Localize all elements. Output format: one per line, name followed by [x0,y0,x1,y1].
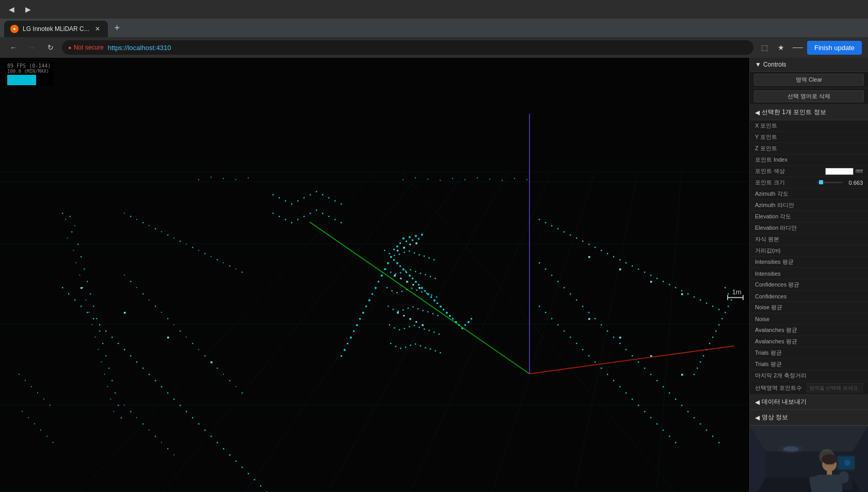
address-bar[interactable]: ● Not secure https://localhost:4310 [62,40,753,55]
svg-rect-159 [409,250,410,251]
svg-rect-252 [551,275,552,276]
svg-rect-217 [430,348,431,350]
right-panel: ▼ Controls 영역 Clear 선택 영어로 삭제 ◀ 선택한 1개 포… [749,58,868,492]
video-preview [750,425,868,492]
svg-rect-325 [198,423,199,424]
profile-icon[interactable]: ── [791,40,805,55]
svg-rect-109 [396,246,398,248]
svg-rect-250 [539,262,540,263]
selected-point-header[interactable]: ◀ 선택한 1개 포인트 정보 [750,105,868,120]
svg-rect-195 [427,311,428,312]
color-swatch[interactable] [825,168,854,175]
svg-rect-390 [211,177,212,178]
svg-rect-352 [694,374,695,375]
video-info-arrow: ◀ [755,414,760,421]
svg-rect-267 [644,368,645,369]
svg-rect-164 [433,259,435,260]
svg-rect-241 [669,284,670,285]
data-export-header[interactable]: ◀ 데이터 내보내기 [750,394,868,410]
svg-rect-60 [173,237,174,239]
svg-rect-294 [625,392,626,393]
svg-rect-103 [409,236,411,239]
svg-rect-22 [67,237,68,239]
nav-back-btn[interactable]: ← [6,40,21,55]
svg-rect-130 [387,262,389,264]
svg-rect-345 [715,330,716,331]
selected-area-row: 선택영역 포인트수 [750,382,868,394]
controls-section-header[interactable]: ▼ Controls [750,58,868,72]
svg-rect-281 [545,312,546,313]
svg-rect-423 [588,318,590,320]
selected-point-label: 선택한 1개 포인트 정보 [762,108,826,117]
svg-rect-166 [390,272,391,273]
svg-rect-97 [155,436,156,437]
svg-rect-304 [68,293,69,294]
svg-rect-41 [105,355,106,356]
svg-rect-68 [223,262,224,263]
address-bar-row: ← → ↻ ● Not secure https://localhost:431… [0,37,868,58]
svg-rect-448 [827,471,832,475]
clear-btn[interactable]: 영역 Clear [754,74,864,86]
svg-rect-236 [638,268,639,269]
svg-rect-24 [73,250,74,251]
svg-rect-370 [303,216,304,217]
svg-rect-302 [675,442,676,443]
svg-rect-319 [161,386,162,387]
svg-rect-184 [426,293,427,294]
distance-row: 거리값(m) [750,245,868,257]
cast-icon[interactable]: ⬚ [758,40,772,55]
not-secure-label: Not secure [74,44,104,51]
svg-rect-42 [101,361,102,362]
svg-rect-168 [400,272,401,273]
elevation-angle-row: Elevation 각도 [750,211,868,223]
svg-rect-28 [79,275,81,276]
svg-rect-17 [62,213,63,214]
active-tab[interactable]: ● LG Innotek MLiDAR C... ✕ [4,21,108,37]
svg-rect-182 [416,290,417,291]
svg-rect-75 [142,293,143,294]
svg-rect-346 [712,337,713,338]
z-point-row: Z 포인트 [750,143,868,154]
svg-rect-328 [217,442,218,443]
svg-rect-33 [93,306,94,307]
svg-rect-341 [728,306,729,307]
color-hex-display: ffffff [856,169,863,174]
svg-rect-409 [406,281,408,283]
lang-btn[interactable]: 선택 영어로 삭제 [754,90,864,102]
selected-area-input[interactable] [807,383,863,392]
svg-point-459 [844,460,850,466]
svg-rect-99 [167,448,168,449]
tab-title: LG Innotek MLiDAR C... [23,25,89,33]
controls-header-label: Controls [763,61,786,68]
viewer-area[interactable]: 1m 89 FPS (0-144) 100.0 (MIN/MAX) [0,58,749,492]
svg-rect-31 [90,293,91,294]
address-right-icons: ⬚ ★ ── Finish update [758,40,862,55]
last2-distance-label: 마지막 2개 축정거리 [755,372,832,379]
tab-back-btn[interactable]: ◀ [4,2,19,17]
video-info-header[interactable]: ◀ 영상 정보 [750,410,868,425]
svg-rect-51 [121,417,122,418]
new-tab-btn[interactable]: + [110,21,124,35]
svg-rect-193 [417,308,419,309]
svg-rect-269 [656,380,657,381]
svg-rect-87 [217,368,218,369]
svg-rect-429 [167,337,169,339]
finish-update-button[interactable]: Finish update [807,41,862,55]
fps-sub: 100.0 (MIN/MAX) [7,69,51,74]
svg-rect-367 [285,219,286,220]
svg-rect-247 [706,303,707,304]
svg-rect-136 [368,299,371,301]
tab-close-btn[interactable]: ✕ [93,25,102,33]
nav-forward-btn[interactable]: → [25,40,39,55]
svg-rect-359 [310,194,311,195]
svg-rect-234 [625,262,626,263]
bookmark-icon[interactable]: ★ [774,40,789,55]
point-size-thumb[interactable] [819,180,823,184]
nav-reload-btn[interactable]: ↻ [43,40,58,55]
svg-rect-270 [663,386,664,387]
svg-rect-344 [718,324,719,325]
panel-btn-row: 영역 Clear [750,72,868,88]
svg-rect-253 [557,281,558,282]
svg-rect-268 [650,374,651,375]
tab-forward-btn[interactable]: ▶ [21,2,35,17]
